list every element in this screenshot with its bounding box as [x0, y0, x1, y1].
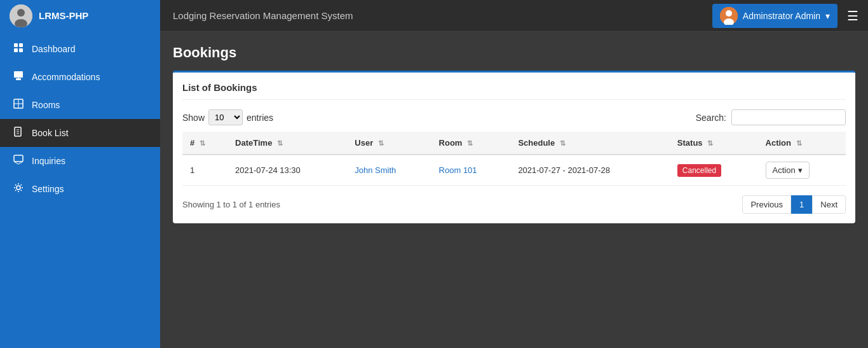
page-1-button[interactable]: 1 [791, 195, 812, 214]
sidebar-item-settings[interactable]: Settings [0, 175, 160, 203]
search-input[interactable] [731, 109, 846, 125]
main-content: Bookings List of Bookings Show 10 25 50 … [160, 32, 868, 348]
sidebar-label-settings: Settings [32, 184, 64, 194]
sort-icon-schedule[interactable]: ⇅ [560, 139, 566, 147]
sidebar-label-rooms: Rooms [32, 100, 60, 110]
search-box: Search: [696, 109, 846, 125]
showing-text: Showing 1 to 1 of 1 entries [182, 200, 280, 209]
action-button-label: Action [773, 165, 796, 175]
status-badge: Cancelled [677, 164, 721, 177]
user-link[interactable]: John Smith [355, 165, 396, 175]
cell-action: Action ▾ [758, 155, 846, 186]
table-controls: Show 10 25 50 100 entries Search: [182, 109, 846, 125]
card-title: List of Bookings [182, 82, 846, 100]
entries-label: entries [247, 113, 273, 123]
avatar [720, 7, 738, 25]
hamburger-icon[interactable]: ☰ [847, 8, 858, 24]
col-room: Room ⇅ [431, 132, 511, 155]
cell-user: John Smith [347, 155, 431, 186]
user-name: Adminstrator Admin [743, 11, 820, 21]
col-datetime: DateTime ⇅ [227, 132, 347, 155]
sidebar-item-rooms[interactable]: Rooms [0, 91, 160, 119]
search-label: Search: [696, 113, 726, 123]
sort-icon-user[interactable]: ⇅ [378, 139, 384, 147]
bookings-card: List of Bookings Show 10 25 50 100 entri… [173, 71, 855, 223]
cell-num: 1 [182, 155, 227, 186]
dashboard-icon [13, 43, 24, 55]
col-num: # ⇅ [182, 132, 227, 155]
col-user: User ⇅ [347, 132, 431, 155]
svg-rect-10 [14, 71, 23, 78]
rooms-icon [13, 99, 24, 111]
layout: Dashboard Accommodations Rooms Book List… [0, 32, 868, 348]
sidebar-label-accommodations: Accommodations [32, 72, 100, 82]
pagination: Previous 1 Next [742, 195, 846, 214]
settings-icon [13, 183, 24, 195]
sort-icon-datetime[interactable]: ⇅ [277, 139, 283, 147]
bookings-table: # ⇅ DateTime ⇅ User ⇅ Room [182, 132, 846, 186]
table-footer: Showing 1 to 1 of 1 entries Previous 1 N… [182, 195, 846, 214]
next-button[interactable]: Next [812, 195, 846, 214]
sort-icon-status[interactable]: ⇅ [707, 139, 713, 147]
sidebar-item-inquiries[interactable]: Inquiries [0, 147, 160, 175]
sort-icon-action[interactable]: ⇅ [796, 139, 802, 147]
col-schedule: Schedule ⇅ [510, 132, 669, 155]
svg-rect-9 [19, 48, 23, 52]
cell-datetime: 2021-07-24 13:30 [227, 155, 347, 186]
svg-rect-7 [19, 43, 23, 47]
sort-icon-room[interactable]: ⇅ [467, 139, 473, 147]
cell-room: Room 101 [431, 155, 511, 186]
user-dropdown[interactable]: Adminstrator Admin ▾ [712, 4, 837, 28]
svg-rect-6 [14, 43, 18, 47]
booklist-icon [13, 127, 24, 139]
show-entries: Show 10 25 50 100 entries [182, 109, 273, 125]
col-status: Status ⇅ [670, 132, 758, 155]
svg-point-4 [726, 10, 732, 17]
accommodations-icon [13, 71, 24, 83]
previous-button[interactable]: Previous [742, 195, 791, 214]
page-title: Bookings [173, 45, 855, 61]
sort-icon-num[interactable]: ⇅ [200, 139, 205, 147]
table-header: # ⇅ DateTime ⇅ User ⇅ Room [182, 132, 846, 155]
svg-point-21 [17, 186, 20, 190]
cell-status: Cancelled [670, 155, 758, 186]
table-body: 1 2021-07-24 13:30 John Smith Room 101 2… [182, 155, 846, 186]
navbar-right: Adminstrator Admin ▾ ☰ [712, 4, 858, 28]
svg-point-1 [17, 9, 25, 17]
brand-logo [10, 4, 32, 27]
system-title: Lodging Reservation Management System [160, 10, 712, 21]
sidebar-label-inquiries: Inquiries [32, 156, 65, 166]
col-action: Action ⇅ [758, 132, 846, 155]
sidebar-item-booklist[interactable]: Book List [0, 119, 160, 147]
dropdown-arrow-icon: ▾ [825, 11, 830, 21]
room-link[interactable]: Room 101 [439, 165, 477, 175]
show-label: Show [182, 113, 205, 123]
cell-schedule: 2021-07-27 - 2021-07-28 [510, 155, 669, 186]
svg-rect-8 [14, 48, 18, 52]
sidebar-item-dashboard[interactable]: Dashboard [0, 35, 160, 63]
brand: LRMS-PHP [0, 0, 160, 32]
sidebar: Dashboard Accommodations Rooms Book List… [0, 32, 160, 348]
action-dropdown-icon: ▾ [798, 165, 803, 175]
inquiries-icon [13, 155, 24, 167]
table-row: 1 2021-07-24 13:30 John Smith Room 101 2… [182, 155, 846, 186]
svg-rect-20 [14, 155, 23, 162]
sidebar-item-accommodations[interactable]: Accommodations [0, 63, 160, 91]
sidebar-label-booklist: Book List [32, 128, 69, 138]
brand-name: LRMS-PHP [39, 10, 88, 21]
navbar: LRMS-PHP Lodging Reservation Management … [0, 0, 868, 32]
svg-rect-11 [16, 78, 21, 80]
action-button[interactable]: Action ▾ [766, 162, 810, 179]
entries-select[interactable]: 10 25 50 100 [208, 109, 243, 125]
sidebar-label-dashboard: Dashboard [32, 44, 76, 54]
